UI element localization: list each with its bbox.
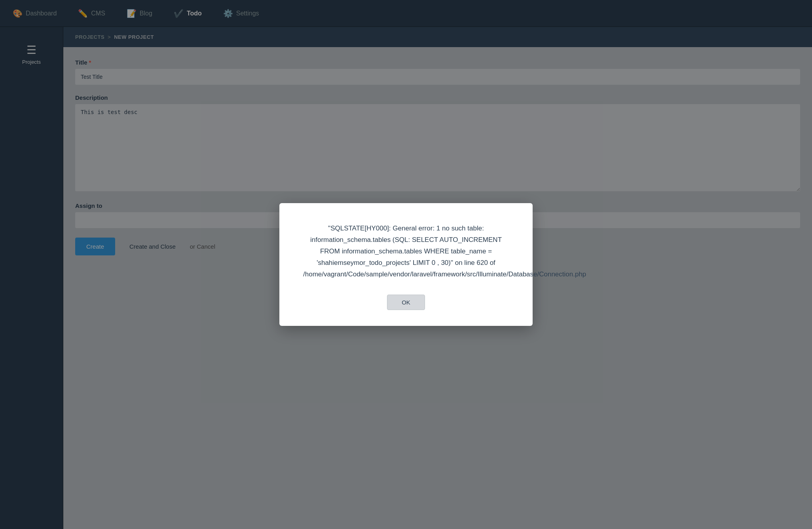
modal-box: "SQLSTATE[HY000]: General error: 1 no su… xyxy=(279,203,533,325)
modal-message: "SQLSTATE[HY000]: General error: 1 no su… xyxy=(303,223,509,280)
modal-overlay: "SQLSTATE[HY000]: General error: 1 no su… xyxy=(0,0,812,529)
modal-ok-button[interactable]: OK xyxy=(387,295,425,310)
